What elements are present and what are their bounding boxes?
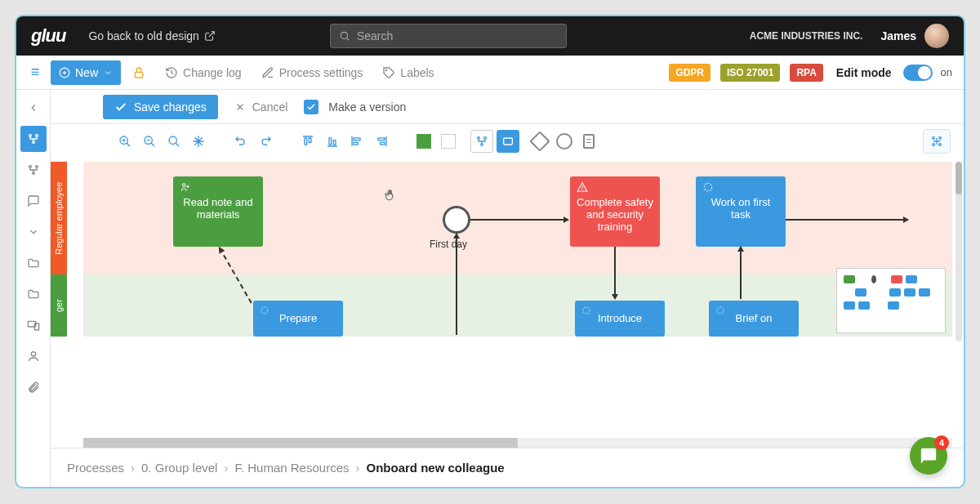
primary-toolbar: ≡ New Change log Process settings Labels…	[16, 56, 964, 90]
svg-rect-40	[378, 138, 385, 140]
node-prepare[interactable]: Prepare	[253, 301, 343, 337]
menu-icon[interactable]: ≡	[23, 64, 47, 81]
node-introduce[interactable]: Introduce	[575, 301, 665, 337]
sidebar-user-icon[interactable]	[20, 343, 47, 369]
sidebar-collapse-icon[interactable]	[20, 95, 47, 121]
sidebar-devices-icon[interactable]	[20, 312, 47, 338]
svg-point-12	[32, 141, 34, 144]
make-version-checkbox[interactable]	[304, 100, 318, 114]
svg-point-13	[29, 166, 31, 168]
breadcrumb-item[interactable]: 0. Group level	[141, 461, 217, 475]
sidebar-folder2-icon[interactable]	[20, 281, 47, 307]
align-top-icon[interactable]	[297, 131, 318, 152]
zoom-in-icon[interactable]	[114, 131, 136, 152]
swimlane-manager	[83, 274, 952, 337]
node-first-task-label: Work on first task	[711, 196, 771, 221]
sidebar-comments-icon[interactable]	[20, 188, 47, 214]
node-read-note[interactable]: Read note and materials	[173, 176, 263, 247]
svg-point-14	[35, 166, 38, 168]
sidebar-folder1-icon[interactable]	[20, 250, 47, 276]
chat-badge-count: 4	[934, 435, 949, 450]
breadcrumb-item[interactable]: Processes	[67, 461, 124, 475]
svg-point-47	[939, 137, 942, 140]
chat-button[interactable]: 4	[910, 437, 947, 475]
grab-cursor-icon	[384, 188, 397, 204]
start-event[interactable]	[443, 206, 470, 234]
chevron-right-icon: ›	[355, 461, 359, 475]
sidebar-tree-icon[interactable]	[20, 157, 47, 183]
change-log-button[interactable]: Change log	[157, 60, 250, 85]
node-safety-training[interactable]: Complete safety and security training	[570, 176, 660, 247]
align-right-icon[interactable]	[371, 131, 392, 152]
shape-subprocess-icon[interactable]	[470, 130, 493, 153]
align-left-icon[interactable]	[346, 131, 368, 152]
color-blank-swatch[interactable]	[438, 131, 459, 152]
expand-panel-icon[interactable]	[923, 129, 951, 154]
zoom-out-icon[interactable]	[139, 131, 160, 152]
svg-point-56	[261, 307, 268, 314]
svg-point-18	[31, 352, 35, 356]
chevron-right-icon: ›	[224, 461, 228, 475]
svg-point-50	[183, 184, 186, 187]
svg-point-48	[933, 144, 935, 146]
sidebar-attachment-icon[interactable]	[20, 374, 47, 400]
svg-line-26	[151, 143, 154, 146]
node-first-task[interactable]: Work on first task	[696, 176, 786, 247]
labels-button[interactable]: Labels	[374, 60, 442, 85]
svg-rect-6	[135, 72, 142, 78]
svg-line-8	[172, 73, 173, 74]
edge-start-to-safety	[470, 219, 568, 221]
svg-rect-35	[333, 140, 336, 145]
breadcrumb-item[interactable]: F. Human Resources	[234, 461, 349, 475]
svg-point-10	[29, 135, 31, 137]
avatar[interactable]	[924, 24, 949, 48]
chevron-right-icon: ›	[131, 461, 135, 475]
zoom-fit-icon[interactable]	[163, 131, 185, 152]
svg-rect-38	[354, 142, 358, 145]
redo-icon[interactable]	[255, 131, 276, 152]
lock-button[interactable]	[124, 60, 154, 85]
undo-icon[interactable]	[230, 131, 252, 152]
shape-event-icon[interactable]	[554, 131, 575, 152]
svg-line-29	[176, 143, 179, 146]
new-button[interactable]: New	[51, 60, 121, 85]
sidebar-chevron-down-icon[interactable]	[20, 219, 47, 245]
minimap[interactable]	[836, 268, 946, 333]
process-settings-button[interactable]: Process settings	[253, 60, 372, 85]
rpa-badge[interactable]: RPA	[790, 64, 822, 82]
external-link-icon	[204, 30, 216, 42]
node-brief-on[interactable]: Brief on	[709, 301, 799, 337]
process-canvas[interactable]: Regular employee ger Read note and mater…	[51, 158, 964, 448]
shape-gateway-icon[interactable]	[529, 131, 550, 152]
color-green-swatch[interactable]	[413, 131, 434, 152]
username: James	[880, 29, 916, 42]
svg-rect-37	[354, 138, 360, 140]
save-changes-button[interactable]: Save changes	[103, 95, 218, 119]
search-input[interactable]: Search	[330, 24, 567, 48]
edge-prepare-to-start	[456, 234, 457, 335]
svg-point-58	[717, 307, 724, 314]
cancel-button[interactable]: Cancel	[223, 100, 300, 114]
logo: gluu	[31, 25, 65, 47]
align-bottom-icon[interactable]	[322, 131, 343, 152]
iso-badge[interactable]: ISO 27001	[720, 64, 780, 82]
svg-rect-41	[381, 142, 385, 145]
node-introduce-label: Introduce	[598, 312, 642, 324]
shape-document-icon[interactable]	[578, 131, 599, 152]
edit-mode-toggle[interactable]	[903, 65, 933, 81]
vertical-scrollbar[interactable]	[956, 162, 962, 341]
chevron-down-icon	[103, 68, 113, 78]
node-read-note-label: Read note and materials	[183, 196, 252, 221]
close-icon	[234, 101, 246, 113]
search-icon	[339, 30, 350, 42]
sidebar-diagram-icon[interactable]	[20, 126, 47, 152]
gdpr-badge[interactable]: GDPR	[669, 64, 710, 82]
back-to-old-design-link[interactable]: Go back to old design	[88, 29, 215, 42]
svg-point-55	[704, 183, 711, 190]
tag-icon	[382, 66, 395, 79]
svg-point-9	[386, 69, 387, 70]
shape-task-icon[interactable]	[497, 130, 519, 153]
new-label: New	[75, 66, 98, 79]
pan-icon[interactable]	[188, 131, 209, 152]
horizontal-scrollbar[interactable]	[83, 438, 952, 448]
